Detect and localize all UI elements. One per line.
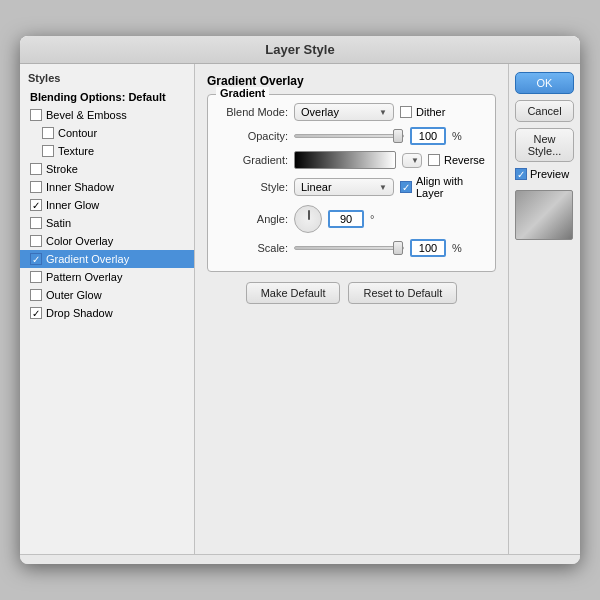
style-row: Style: Linear ▼ Align with Layer (218, 175, 485, 199)
dither-label: Dither (416, 106, 445, 118)
dither-checkbox-label[interactable]: Dither (400, 106, 445, 118)
checkbox-stroke[interactable] (30, 163, 42, 175)
sidebar-item-blending-options[interactable]: Blending Options: Default (20, 88, 194, 106)
sidebar-item-gradient-overlay[interactable]: Gradient Overlay (20, 250, 194, 268)
checkbox-inner-shadow[interactable] (30, 181, 42, 193)
dialog-body: Styles Blending Options: DefaultBevel & … (20, 64, 580, 554)
cancel-button[interactable]: Cancel (515, 100, 574, 122)
style-dropdown[interactable]: Linear ▼ (294, 178, 394, 196)
label-bevel-emboss: Bevel & Emboss (46, 109, 127, 121)
reverse-checkbox-label[interactable]: Reverse (428, 154, 485, 166)
gradient-row: Gradient: ▼ Reverse (218, 151, 485, 169)
scale-unit: % (452, 242, 462, 254)
opacity-label: Opacity: (218, 130, 288, 142)
label-texture: Texture (58, 145, 94, 157)
right-panel: OK Cancel New Style... Preview (508, 64, 580, 554)
label-pattern-overlay: Pattern Overlay (46, 271, 122, 283)
sidebar-item-drop-shadow[interactable]: Drop Shadow (20, 304, 194, 322)
angle-label: Angle: (218, 213, 288, 225)
section-title: Gradient Overlay (207, 74, 496, 88)
checkbox-satin[interactable] (30, 217, 42, 229)
scale-label: Scale: (218, 242, 288, 254)
preview-label[interactable]: Preview (515, 168, 574, 180)
label-contour: Contour (58, 127, 97, 139)
opacity-input[interactable] (410, 127, 446, 145)
main-panel: Gradient Overlay Gradient Blend Mode: Ov… (195, 64, 508, 554)
opacity-row: Opacity: % (218, 127, 485, 145)
ok-button[interactable]: OK (515, 72, 574, 94)
gradient-group: Gradient Blend Mode: Overlay ▼ Dither Op (207, 94, 496, 272)
reset-default-button[interactable]: Reset to Default (348, 282, 457, 304)
sidebar-item-texture[interactable]: Texture (20, 142, 194, 160)
sidebar-item-satin[interactable]: Satin (20, 214, 194, 232)
angle-input[interactable] (328, 210, 364, 228)
blend-mode-value: Overlay (301, 106, 339, 118)
angle-row: Angle: ° (218, 205, 485, 233)
styles-header: Styles (20, 68, 194, 88)
checkbox-color-overlay[interactable] (30, 235, 42, 247)
angle-dial[interactable] (294, 205, 322, 233)
sidebar-item-pattern-overlay[interactable]: Pattern Overlay (20, 268, 194, 286)
label-inner-shadow: Inner Shadow (46, 181, 114, 193)
sidebar-item-stroke[interactable]: Stroke (20, 160, 194, 178)
preview-checkbox[interactable] (515, 168, 527, 180)
group-label: Gradient (216, 87, 269, 99)
checkbox-inner-glow[interactable] (30, 199, 42, 211)
reverse-checkbox[interactable] (428, 154, 440, 166)
style-arrow: ▼ (379, 183, 387, 192)
blend-mode-arrow: ▼ (379, 108, 387, 117)
blend-mode-label: Blend Mode: (218, 106, 288, 118)
label-satin: Satin (46, 217, 71, 229)
dialog-footer (20, 554, 580, 564)
gradient-bar[interactable] (294, 151, 396, 169)
preview-text: Preview (530, 168, 569, 180)
style-value: Linear (301, 181, 332, 193)
make-default-button[interactable]: Make Default (246, 282, 341, 304)
style-label: Style: (218, 181, 288, 193)
opacity-unit: % (452, 130, 462, 142)
checkbox-texture[interactable] (42, 145, 54, 157)
align-layer-checkbox[interactable] (400, 181, 412, 193)
label-drop-shadow: Drop Shadow (46, 307, 113, 319)
scale-input[interactable] (410, 239, 446, 257)
align-layer-label: Align with Layer (416, 175, 485, 199)
blend-mode-dropdown[interactable]: Overlay ▼ (294, 103, 394, 121)
sidebar-item-bevel-emboss[interactable]: Bevel & Emboss (20, 106, 194, 124)
scale-thumb[interactable] (393, 241, 403, 255)
sidebar-item-inner-glow[interactable]: Inner Glow (20, 196, 194, 214)
gradient-dropdown[interactable]: ▼ (402, 153, 422, 168)
label-inner-glow: Inner Glow (46, 199, 99, 211)
preview-thumbnail (515, 190, 573, 240)
gradient-label: Gradient: (218, 154, 288, 166)
checkbox-contour[interactable] (42, 127, 54, 139)
left-panel: Styles Blending Options: DefaultBevel & … (20, 64, 195, 554)
sidebar-item-contour[interactable]: Contour (20, 124, 194, 142)
sidebar-item-inner-shadow[interactable]: Inner Shadow (20, 178, 194, 196)
scale-slider[interactable] (294, 246, 404, 250)
action-buttons: Make Default Reset to Default (207, 282, 496, 304)
checkbox-pattern-overlay[interactable] (30, 271, 42, 283)
sidebar-item-color-overlay[interactable]: Color Overlay (20, 232, 194, 250)
checkbox-drop-shadow[interactable] (30, 307, 42, 319)
opacity-thumb[interactable] (393, 129, 403, 143)
blend-mode-row: Blend Mode: Overlay ▼ Dither (218, 103, 485, 121)
checkbox-gradient-overlay[interactable] (30, 253, 42, 265)
gradient-dropdown-arrow: ▼ (411, 156, 419, 165)
styles-list: Blending Options: DefaultBevel & EmbossC… (20, 88, 194, 322)
dialog-title: Layer Style (20, 36, 580, 64)
angle-unit: ° (370, 213, 374, 225)
dither-checkbox[interactable] (400, 106, 412, 118)
label-color-overlay: Color Overlay (46, 235, 113, 247)
sidebar-item-outer-glow[interactable]: Outer Glow (20, 286, 194, 304)
label-outer-glow: Outer Glow (46, 289, 102, 301)
scale-row: Scale: % (218, 239, 485, 257)
align-layer-checkbox-label[interactable]: Align with Layer (400, 175, 485, 199)
opacity-slider[interactable] (294, 134, 404, 138)
label-stroke: Stroke (46, 163, 78, 175)
new-style-button[interactable]: New Style... (515, 128, 574, 162)
label-gradient-overlay: Gradient Overlay (46, 253, 129, 265)
layer-style-dialog: Layer Style Styles Blending Options: Def… (20, 36, 580, 564)
checkbox-outer-glow[interactable] (30, 289, 42, 301)
checkbox-bevel-emboss[interactable] (30, 109, 42, 121)
label-blending-options: Blending Options: Default (30, 91, 166, 103)
